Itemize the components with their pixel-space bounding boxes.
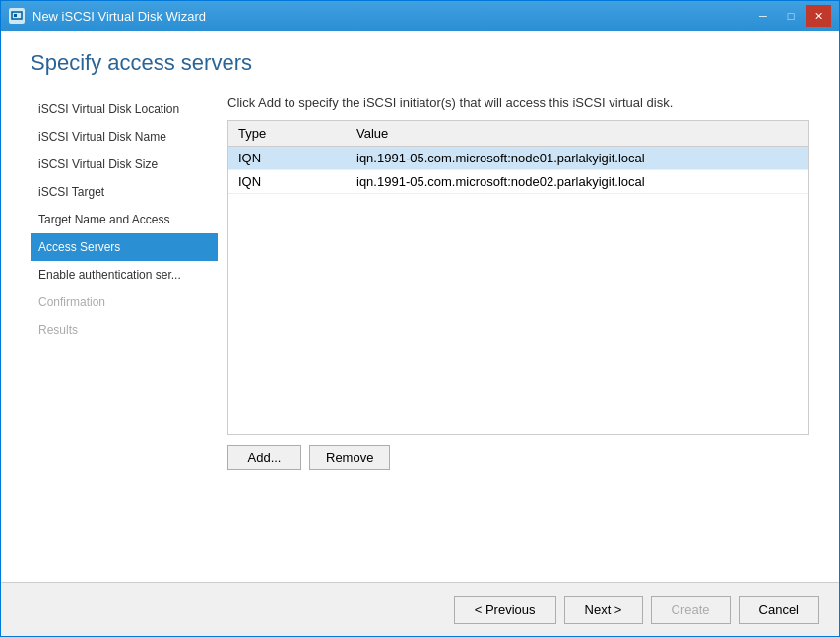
restore-button[interactable]: □ xyxy=(778,5,804,27)
row-type-2: IQN xyxy=(228,170,347,194)
window-icon xyxy=(9,8,25,24)
sidebar-item-confirmation: Confirmation xyxy=(31,288,218,316)
footer: < Previous Next > Create Cancel xyxy=(1,582,839,636)
close-button[interactable]: ✕ xyxy=(806,5,831,27)
sidebar-item-results: Results xyxy=(31,316,218,344)
main-content: Specify access servers iSCSI Virtual Dis… xyxy=(1,31,839,582)
create-button: Create xyxy=(651,596,731,624)
window-title: New iSCSI Virtual Disk Wizard xyxy=(32,9,206,24)
titlebar-left: New iSCSI Virtual Disk Wizard xyxy=(9,8,206,24)
table-row[interactable]: IQN iqn.1991-05.com.microsoft:node01.par… xyxy=(228,147,808,170)
titlebar-controls: ─ □ ✕ xyxy=(750,5,831,27)
previous-button[interactable]: < Previous xyxy=(454,596,556,624)
access-servers-table: Type Value IQN iqn.1991-05.com.microsoft… xyxy=(228,121,808,194)
access-servers-table-container: Type Value IQN iqn.1991-05.com.microsoft… xyxy=(227,120,809,435)
column-header-type: Type xyxy=(228,121,347,147)
row-value-1: iqn.1991-05.com.microsoft:node01.parlaky… xyxy=(347,147,808,170)
sidebar-item-size[interactable]: iSCSI Virtual Disk Size xyxy=(31,151,218,178)
add-button[interactable]: Add... xyxy=(227,445,301,470)
sidebar-item-target-access[interactable]: Target Name and Access xyxy=(31,206,218,233)
svg-rect-1 xyxy=(14,14,17,17)
remove-button[interactable]: Remove xyxy=(309,445,390,470)
content-area: Specify access servers iSCSI Virtual Dis… xyxy=(1,31,839,636)
sidebar-item-location[interactable]: iSCSI Virtual Disk Location xyxy=(31,96,218,123)
table-header-row: Type Value xyxy=(228,121,808,147)
wizard-window: New iSCSI Virtual Disk Wizard ─ □ ✕ Spec… xyxy=(0,0,840,637)
body-area: iSCSI Virtual Disk Location iSCSI Virtua… xyxy=(31,96,809,562)
sidebar-item-name[interactable]: iSCSI Virtual Disk Name xyxy=(31,123,218,151)
column-header-value: Value xyxy=(347,121,808,147)
instruction-text: Click Add to specify the iSCSI initiator… xyxy=(227,96,809,110)
next-button[interactable]: Next > xyxy=(564,596,643,624)
sidebar-item-access-servers[interactable]: Access Servers xyxy=(31,233,218,261)
right-panel: Click Add to specify the iSCSI initiator… xyxy=(227,96,809,562)
minimize-button[interactable]: ─ xyxy=(750,5,776,27)
table-row[interactable]: IQN iqn.1991-05.com.microsoft:node02.par… xyxy=(228,170,808,194)
row-type-1: IQN xyxy=(228,147,347,170)
sidebar-item-target[interactable]: iSCSI Target xyxy=(31,178,218,206)
table-button-row: Add... Remove xyxy=(227,445,809,470)
cancel-button[interactable]: Cancel xyxy=(739,596,819,624)
sidebar-item-auth[interactable]: Enable authentication ser... xyxy=(31,261,218,288)
page-title: Specify access servers xyxy=(31,50,809,76)
row-value-2: iqn.1991-05.com.microsoft:node02.parlaky… xyxy=(347,170,808,194)
titlebar: New iSCSI Virtual Disk Wizard ─ □ ✕ xyxy=(1,1,839,31)
sidebar: iSCSI Virtual Disk Location iSCSI Virtua… xyxy=(31,96,227,562)
